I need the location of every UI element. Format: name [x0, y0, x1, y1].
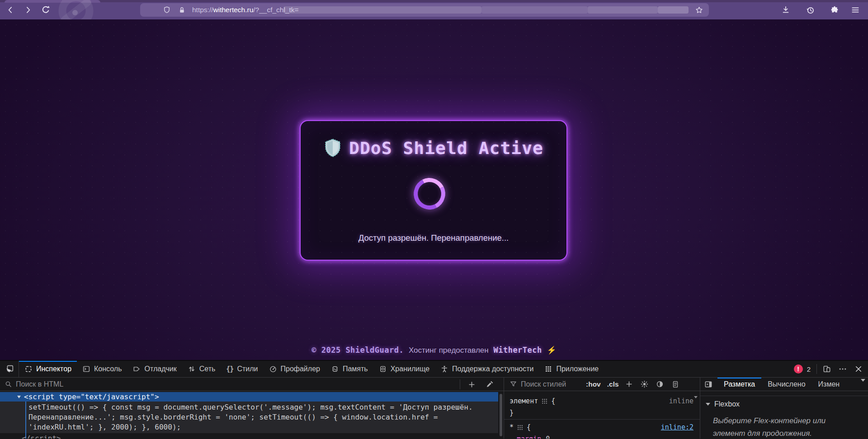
rules-toolbar: :hov .cls — [504, 378, 700, 391]
url-domain: withertech.ru — [213, 6, 254, 14]
eyedropper-icon — [486, 380, 494, 388]
app-menu-button[interactable] — [849, 4, 862, 16]
css-property-value[interactable]: 0 — [546, 435, 550, 439]
script-code-line[interactable]: setTimeout(() => { const msg = document.… — [28, 402, 473, 412]
add-rule-button[interactable] — [624, 379, 634, 389]
dots-grid-icon[interactable] — [542, 398, 547, 404]
markup-scrollbar[interactable] — [500, 394, 502, 436]
error-badge-icon[interactable]: ! — [794, 364, 803, 374]
document-icon — [671, 380, 679, 388]
toggle-pseudo-classes-button[interactable]: :hov — [586, 380, 601, 388]
flexbox-section-header[interactable]: Flexbox — [706, 400, 740, 408]
url-text[interactable]: https://withertech.ru/?__cf_chl_tk= — [192, 6, 299, 14]
css-property-row[interactable]: margin0 — [517, 435, 550, 439]
add-node-button[interactable] — [466, 378, 477, 390]
devtools-menu-button[interactable] — [837, 363, 849, 375]
forward-button[interactable] — [22, 4, 34, 16]
tracking-protection-shield-icon[interactable] — [163, 6, 171, 14]
reload-button[interactable] — [40, 4, 52, 16]
rule-divider — [504, 419, 700, 420]
sidebar-tabbar: Разметка Вычислено Измен — [700, 378, 868, 391]
theme-logo-watermark — [54, 0, 98, 19]
rule-source: inline — [669, 397, 693, 405]
active-tab[interactable] — [5, 0, 100, 3]
eyedropper-button[interactable] — [484, 378, 495, 390]
responsive-design-mode-button[interactable] — [821, 363, 833, 375]
rule-source-link[interactable]: inline:2 — [661, 423, 693, 431]
url-redacted-token — [658, 6, 689, 14]
accessibility-person-icon — [440, 365, 448, 373]
sidebar-tab-computed[interactable]: Вычислено — [761, 378, 811, 391]
rule-close: } — [509, 409, 514, 417]
devtools-tab-profiler[interactable]: Профайлер — [264, 361, 326, 377]
url-bar[interactable]: https://withertech.ru/?__cf_chl_tk= — [140, 3, 709, 17]
script-open-tag[interactable]: <script type="text/javascript"> — [24, 392, 159, 401]
network-arrows-icon — [188, 365, 196, 373]
chevron-down-icon — [861, 379, 865, 389]
tab-label: Хранилище — [391, 365, 429, 373]
print-media-simulation-button[interactable] — [670, 379, 680, 389]
rules-view[interactable]: элемент { inline } * { inline:2 margin0 — [504, 391, 700, 439]
sidebar-tab-layout[interactable]: Разметка — [717, 378, 761, 391]
back-button[interactable] — [5, 4, 16, 16]
script-close-tag[interactable]: </script> — [22, 434, 61, 439]
flexbox-hint-line: Выберите Flex-контейнер или — [713, 416, 826, 425]
tab-strip — [0, 0, 868, 2]
css-property-name[interactable]: margin — [517, 435, 541, 439]
devtools-panel: Инспектор Консоль Отладчик Сеть {} Стили… — [0, 360, 868, 439]
script-code-line[interactable]: Перенаправление...'; msg.style.borderRig… — [28, 412, 438, 422]
sidebar-tabs-overflow-button[interactable] — [861, 382, 865, 390]
script-code-line[interactable]: 'indexRU.html'; }, 2000); }, 6000); — [28, 422, 181, 432]
devtools-tab-application[interactable]: Приложение — [539, 361, 604, 377]
hamburger-menu-icon — [851, 5, 860, 14]
sidebar-toggle-button[interactable] — [704, 380, 713, 389]
dark-theme-simulation-button[interactable] — [655, 379, 665, 389]
rules-scroll-down-icon[interactable] — [694, 398, 698, 406]
devtools-close-button[interactable] — [853, 363, 864, 375]
devtools-tab-accessibility[interactable]: Поддержка доступности — [435, 361, 539, 377]
star-icon — [695, 6, 703, 14]
profiler-gauge-icon — [269, 365, 277, 373]
devtools-tab-console[interactable]: Консоль — [77, 361, 127, 377]
twisty-open-icon[interactable] — [17, 396, 21, 398]
loading-spinner — [410, 174, 449, 214]
devtools-tab-storage[interactable]: Хранилище — [373, 361, 435, 377]
console-icon — [82, 365, 90, 373]
card-title-row: DDoS Shield Active — [301, 138, 566, 158]
sidebar-tab-changes[interactable]: Измен — [812, 378, 840, 391]
devtools-tab-debugger[interactable]: Отладчик — [127, 361, 182, 377]
light-theme-simulation-button[interactable] — [640, 379, 650, 389]
toggle-classes-button[interactable]: .cls — [607, 380, 619, 388]
tab-label: Инспектор — [36, 365, 71, 373]
tab-label: Стили — [237, 365, 258, 373]
devtools-tab-network[interactable]: Сеть — [182, 361, 221, 377]
markup-search-input[interactable] — [16, 380, 206, 388]
devtools-tab-inspector[interactable]: Инспектор — [19, 361, 77, 377]
search-icon — [5, 380, 12, 388]
separator — [460, 379, 460, 389]
ddos-shield-card: DDoS Shield Active Доступ разрешён. Пере… — [300, 120, 567, 261]
dots-grid-icon[interactable] — [517, 425, 523, 430]
back-icon — [6, 5, 15, 14]
inspector-icon — [24, 365, 33, 373]
markup-search-bar — [0, 378, 504, 391]
universal-rule-selector[interactable]: * { — [509, 423, 531, 431]
history-button[interactable] — [804, 4, 816, 16]
bookmark-star-button[interactable] — [693, 5, 704, 15]
close-icon — [854, 365, 863, 373]
devtools-tab-memory[interactable]: Память — [326, 361, 373, 377]
tab-label: Разметка — [724, 380, 755, 388]
styles-filter-input[interactable] — [521, 380, 580, 388]
lock-icon[interactable] — [178, 6, 186, 14]
indent-guide — [25, 402, 26, 439]
footer-copyright: © 2025 ShieldGuard. — [311, 346, 404, 355]
extensions-button[interactable] — [828, 4, 841, 16]
selected-node-row[interactable]: <script type="text/javascript"> — [0, 392, 498, 402]
devtools-tab-styles[interactable]: {} Стили — [221, 361, 263, 377]
element-rule-selector[interactable]: элемент { — [509, 397, 555, 405]
node-picker-button[interactable] — [0, 361, 19, 377]
markup-view[interactable]: <script type="text/javascript"> setTimeo… — [0, 391, 504, 439]
downloads-button[interactable] — [779, 4, 792, 16]
lightning-bolt-icon: ⚡ — [547, 346, 557, 355]
section-expanded-icon — [706, 403, 710, 406]
